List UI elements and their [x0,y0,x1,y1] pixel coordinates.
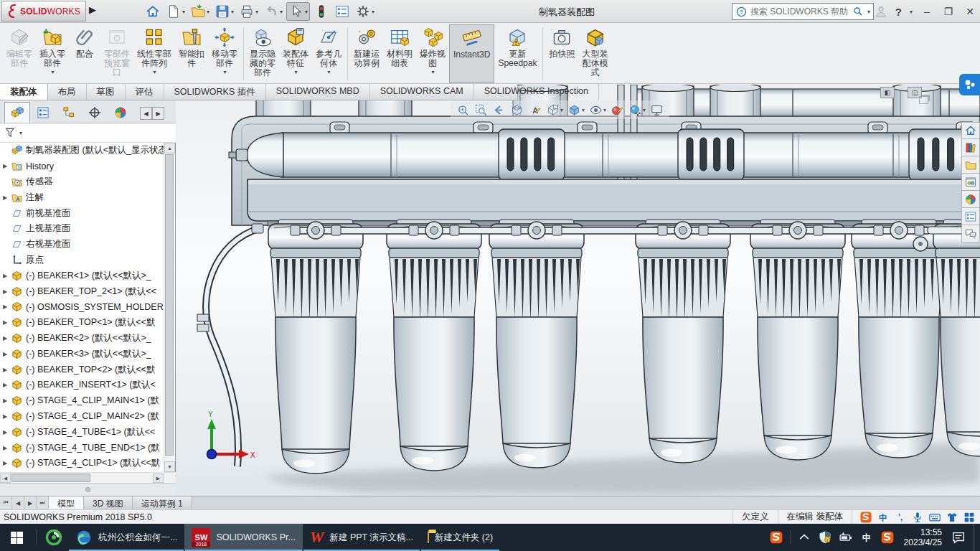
vertical-scroll-thumb[interactable] [165,154,174,456]
expander-icon[interactable]: ▶ [0,163,10,169]
ribbon-tab-3[interactable]: 评估 [126,84,164,100]
tray-security-icon[interactable]: ! [818,530,832,545]
expander-icon[interactable]: ▶ [0,382,10,388]
tray-ime-icon[interactable]: 中 [859,530,874,545]
ribbon-tab-1[interactable]: 布局 [48,84,87,100]
taskbar-app-browser[interactable]: 杭州公积金如何一... [68,524,184,551]
ribbon-button-0[interactable]: 编辑零 部件 [3,24,36,83]
menu-expand-arrow-icon[interactable]: ▶ [89,4,96,15]
tree-item-10[interactable]: ▶ (-) OSMOSIS_SYSTEM_HOLDER [0,299,164,315]
ribbon-button-4[interactable]: 线性零部 件阵列▾ [133,24,175,83]
view-settings-icon[interactable] [650,103,664,117]
filter-caret-icon[interactable]: ▾ [19,130,22,136]
doc-tab-2[interactable]: 运动算例 1 [133,496,192,509]
login-user-icon[interactable] [874,4,888,19]
tree-item-12[interactable]: ▶ (-) BEAKER<2> (默认<<默认>_ [0,331,164,347]
ribbon-button-2[interactable]: 配合 [69,24,100,83]
ribbon-button-1[interactable]: 插入零 部件▾ [36,24,69,83]
panel-tab-prev-button[interactable]: ◀ [140,107,152,120]
settings-gear-icon[interactable]: ▾ [354,2,376,21]
tree-item-19[interactable]: ▶ (-) STAGE_4_TUBE_END<1> (默 [0,440,164,456]
tray-power-icon[interactable] [839,530,853,545]
ribbon-tab-0[interactable]: 装配体 [0,84,48,100]
ribbon-tab-2[interactable]: 草图 [87,84,126,100]
tree-item-6[interactable]: 右视基准面 [0,237,164,253]
restore-button[interactable]: ❐ [941,6,956,17]
doc-tab-next-button[interactable]: ▶ [24,496,37,509]
tree-item-14[interactable]: ▶ (-) BEAKER_TOP<2> (默认<<默 [0,362,164,377]
tree-item-7[interactable]: 原点 [0,253,164,268]
new-document-icon[interactable]: ▾ [164,2,187,21]
taskbar-app-solidworks[interactable]: SW2018 SOLIDWORKS Pr... [184,524,302,551]
expander-icon[interactable]: ▶ [0,397,10,404]
document-restore-icon[interactable] [919,96,928,104]
expander-icon[interactable]: ▶ [0,335,10,342]
display-style-icon[interactable]: ▾ [567,103,585,117]
tree-item-15[interactable]: ▶ (-) BEAKER_INSERT<1> (默认< [0,377,164,393]
ime-skin-icon[interactable] [946,511,958,524]
ime-punctuation-icon[interactable]: ’, [894,511,907,524]
ribbon-tab-7[interactable]: SOLIDWORKS Inspection [474,84,599,100]
split-pane-left-button[interactable]: ◧ [880,87,895,98]
doc-tab-0[interactable]: 模型 [49,496,84,509]
panel-tab-next-button[interactable]: ▶ [152,107,164,120]
tree-filter-bar[interactable]: ▾ [0,123,176,143]
tree-item-0[interactable]: 制氧器装配图 (默认<默认_显示状态- [0,143,164,159]
ribbon-button-9[interactable]: 装配体 特征▾ [279,24,312,83]
design-library-icon[interactable] [961,139,980,156]
3dexperience-badge[interactable] [959,74,980,95]
tree-item-2[interactable]: 传感器 [0,174,164,190]
ribbon-button-6[interactable]: 移动零 部件▾ [208,24,241,83]
expander-icon[interactable]: ▶ [0,367,10,373]
filter-funnel-icon[interactable] [4,126,17,139]
horizontal-scroll-thumb[interactable] [11,474,90,482]
scroll-left-arrow[interactable]: ◀ [0,474,11,483]
configurationmanager-tab[interactable] [56,102,82,123]
ribbon-button-5[interactable]: 智能扣 件 [175,24,208,83]
ribbon-button-19[interactable]: 大型装 配体模 式 [578,24,611,83]
zoom-fit-icon[interactable] [456,103,470,117]
select-cursor-icon[interactable]: ▾ [286,2,310,21]
print-icon[interactable]: ▾ [237,2,260,21]
doc-tab-last-button[interactable]: ⏭ [37,496,49,509]
ribbon-tab-5[interactable]: SOLIDWORKS MBD [266,84,370,100]
ribbon-button-13[interactable]: 材料明 细表 [383,24,416,83]
tree-item-5[interactable]: 上视基准面 [0,221,164,237]
dimxpertmanager-tab[interactable] [82,102,108,123]
featuremanager-tab[interactable] [4,102,30,123]
tree-item-16[interactable]: ▶ (-) STAGE_4_CLIP_MAIN<1> (默 [0,393,164,409]
expander-icon[interactable]: ▶ [0,460,10,466]
ime-mic-icon[interactable] [911,511,924,524]
notification-center-icon[interactable] [951,530,966,545]
ribbon-tab-6[interactable]: SOLIDWORKS CAM [370,84,474,100]
displaymanager-tab[interactable] [108,102,133,123]
file-explorer-icon[interactable] [961,156,980,174]
tree-item-9[interactable]: ▶ (-) BEAKER_TOP_2<1> (默认<< [0,283,164,299]
ribbon-button-3[interactable]: 零部件 预览窗 口 [100,24,133,83]
appearances-scenes-icon[interactable] [961,191,980,208]
ribbon-button-18[interactable]: 拍快照 [545,24,578,83]
tree-item-8[interactable]: ▶ (-) BEAKER<1> (默认<<默认>_ [0,268,164,283]
annotation-view-icon[interactable]: A [528,103,542,117]
tree-item-4[interactable]: 前视基准面 [0,205,164,221]
selection-filter-icon[interactable] [312,2,331,21]
doc-tab-1[interactable]: 3D 视图 [84,496,133,509]
expander-icon[interactable]: ▶ [0,273,10,279]
browser-360-icon[interactable] [39,524,68,551]
tree-item-20[interactable]: ▶ (-) STAGE_4_CLIP<1> (默认<<默 [0,456,164,471]
taskbar-app-folder[interactable]: 新建文件夹 (2) [420,524,500,551]
view-orientation-icon[interactable]: ▾ [546,103,563,117]
sogou-logo-icon[interactable] [859,511,872,524]
save-icon[interactable]: ▾ [213,2,235,21]
tree-item-18[interactable]: ▶ (-) STAGE_4_TUBE<1> (默认<< [0,424,164,440]
ribbon-button-16[interactable]: 更新 Speedpak [494,24,540,83]
propertymanager-tab[interactable] [30,102,56,123]
expander-icon[interactable]: ▶ [0,319,10,326]
ribbon-button-10[interactable]: 参考几 何体▾ [312,24,345,83]
close-button[interactable]: ✕ [963,6,977,17]
tree-item-1[interactable]: ▶ History [0,159,164,174]
ime-keyboard-icon[interactable] [928,511,941,524]
home-icon[interactable] [143,2,162,21]
ime-toolbox-icon[interactable] [963,511,976,524]
doc-tab-first-button[interactable]: ⏮ [0,496,12,509]
